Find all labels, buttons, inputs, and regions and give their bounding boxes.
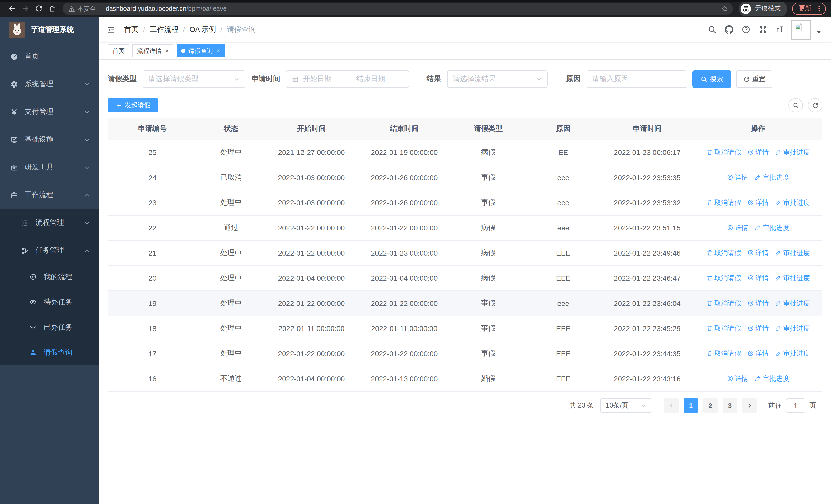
cell-apply-time: 2022-01-22 23:44:35 — [601, 341, 694, 366]
address-bar[interactable]: 不安全 dashboard.yudao.iocoder.cn/bpm/oa/le… — [63, 3, 733, 15]
view-icon — [726, 225, 733, 231]
cancel-action-link[interactable]: 取消请假 — [706, 299, 741, 308]
detail-action-link[interactable]: 详情 — [747, 299, 769, 308]
cancel-action-link[interactable]: 取消请假 — [706, 349, 741, 358]
detail-action-link[interactable]: 详情 — [747, 248, 769, 258]
help-icon[interactable] — [738, 21, 754, 38]
detail-action-link[interactable]: 详情 — [747, 198, 769, 207]
prev-page-button[interactable] — [664, 398, 679, 413]
close-icon[interactable]: × — [217, 48, 220, 54]
progress-action-link[interactable]: 审批进度 — [775, 324, 810, 333]
sidebar-item-label: 系统管理 — [25, 80, 53, 89]
next-page-button[interactable] — [742, 398, 756, 413]
view-icon — [747, 275, 754, 281]
cancel-action-link[interactable]: 取消请假 — [706, 198, 741, 207]
breadcrumb-item[interactable]: OA 示例 — [190, 25, 216, 34]
cancel-action-link[interactable]: 取消请假 — [706, 324, 741, 333]
sidebar-item-支付管理[interactable]: 支付管理 — [0, 98, 99, 126]
browser-home-icon[interactable] — [45, 2, 58, 15]
browser-back-icon[interactable] — [5, 2, 19, 15]
column-header: 状态 — [197, 118, 265, 140]
progress-action-link[interactable]: 审批进度 — [754, 374, 789, 383]
chevron-up-icon — [84, 248, 90, 253]
sidebar-item-已办任务[interactable]: 已办任务 — [0, 315, 99, 340]
page-button-1[interactable]: 1 — [684, 398, 698, 413]
detail-action-link[interactable]: 详情 — [747, 273, 769, 283]
sidebar-item-label: 研发工具 — [25, 163, 53, 172]
browser-forward-icon[interactable] — [19, 2, 32, 15]
browser-menu-icon[interactable] — [816, 5, 822, 11]
result-select[interactable]: 请选择流结果 — [447, 70, 548, 88]
cancel-action-link[interactable]: 取消请假 — [706, 273, 741, 283]
sidebar-item-系统管理[interactable]: 系统管理 — [0, 70, 99, 98]
progress-action-link[interactable]: 审批进度 — [775, 299, 810, 308]
chevron-down-icon — [84, 81, 90, 87]
start-date-input[interactable]: 开始日期 — [303, 75, 332, 84]
detail-action-link[interactable]: 详情 — [726, 173, 748, 182]
url-text: dashboard.yudao.iocoder.cn/bpm/oa/leave — [106, 5, 719, 12]
detail-action-link[interactable]: 详情 — [747, 349, 769, 358]
header-search-icon[interactable] — [704, 21, 721, 38]
avatar-caret-icon[interactable] — [814, 27, 823, 37]
cancel-action-link[interactable]: 取消请假 — [706, 248, 741, 258]
sidebar-item-基础设施[interactable]: 基础设施 — [0, 126, 99, 153]
sidebar: 芋道管理系统 首页系统管理支付管理基础设施研发工具工作流程流程管理任务管理我的流… — [0, 17, 99, 504]
page-button-3[interactable]: 3 — [723, 398, 737, 413]
sidebar-item-任务管理[interactable]: 任务管理 — [0, 237, 99, 264]
toggle-search-button[interactable] — [789, 98, 803, 112]
browser-update-button[interactable]: 更新 — [792, 2, 826, 14]
active-tab-dot — [181, 49, 185, 53]
browser-reload-icon[interactable] — [32, 2, 45, 15]
reset-button[interactable]: 重置 — [736, 70, 773, 88]
cell-actions: 取消请假详情审批进度 — [694, 240, 822, 266]
progress-action-link[interactable]: 审批进度 — [775, 273, 810, 283]
view-icon — [726, 376, 733, 382]
detail-action-link[interactable]: 详情 — [726, 374, 748, 383]
end-date-input[interactable]: 结束日期 — [356, 75, 385, 84]
sidebar-item-首页[interactable]: 首页 — [0, 42, 99, 70]
progress-action-link[interactable]: 审批进度 — [775, 198, 810, 207]
page-size-select[interactable]: 10条/页 — [600, 398, 652, 413]
tab-请假查询[interactable]: 请假查询× — [177, 44, 225, 58]
sidebar-collapse-icon[interactable] — [107, 25, 116, 34]
detail-action-link[interactable]: 详情 — [726, 223, 748, 233]
sidebar-item-工作流程[interactable]: 工作流程 — [0, 181, 99, 209]
user-avatar[interactable] — [792, 20, 811, 39]
progress-action-link[interactable]: 审批进度 — [775, 248, 810, 258]
tab-流程详情[interactable]: 流程详情× — [133, 44, 173, 58]
progress-action-link[interactable]: 审批进度 — [754, 173, 789, 182]
tab-首页[interactable]: 首页 — [108, 44, 130, 58]
apply-time-range-picker[interactable]: 开始日期 - 结束日期 — [286, 70, 409, 88]
leave-type-select[interactable]: 请选择请假类型 — [143, 70, 245, 88]
font-size-icon[interactable] — [771, 21, 789, 38]
cell-actions: 取消请假详情审批进度 — [694, 341, 822, 366]
progress-action-link[interactable]: 审批进度 — [775, 148, 810, 157]
delete-icon — [706, 199, 713, 206]
cell-actions: 取消请假详情审批进度 — [694, 316, 822, 341]
sidebar-item-研发工具[interactable]: 研发工具 — [0, 153, 99, 181]
close-icon[interactable]: × — [165, 48, 169, 54]
breadcrumb-item[interactable]: 工作流程 — [150, 25, 178, 34]
create-leave-button[interactable]: 发起请假 — [108, 98, 158, 112]
github-icon[interactable] — [721, 21, 738, 38]
sidebar-item-流程管理[interactable]: 流程管理 — [0, 209, 99, 237]
sidebar-item-label: 已办任务 — [44, 323, 73, 332]
fullscreen-icon[interactable] — [754, 21, 771, 38]
progress-action-link[interactable]: 审批进度 — [754, 223, 789, 233]
sidebar-item-请假查询[interactable]: 请假查询 — [0, 340, 99, 365]
cell-leave-type: 事假 — [451, 165, 525, 190]
briefcase-icon — [10, 191, 18, 199]
sidebar-item-我的流程[interactable]: 我的流程 — [0, 264, 99, 290]
page-button-2[interactable]: 2 — [703, 398, 718, 413]
goto-page-input[interactable]: 1 — [786, 398, 805, 413]
sidebar-item-待办任务[interactable]: 待办任务 — [0, 290, 99, 315]
search-button[interactable]: 搜索 — [692, 70, 732, 88]
cancel-action-link[interactable]: 取消请假 — [706, 148, 741, 157]
refresh-table-button[interactable] — [808, 98, 822, 112]
progress-action-link[interactable]: 审批进度 — [775, 349, 810, 358]
reason-input[interactable]: 请输入原因 — [587, 70, 687, 88]
bookmark-star-icon[interactable] — [719, 3, 731, 15]
detail-action-link[interactable]: 详情 — [747, 148, 769, 157]
detail-action-link[interactable]: 详情 — [747, 324, 769, 333]
breadcrumb-item[interactable]: 首页 — [124, 25, 139, 34]
